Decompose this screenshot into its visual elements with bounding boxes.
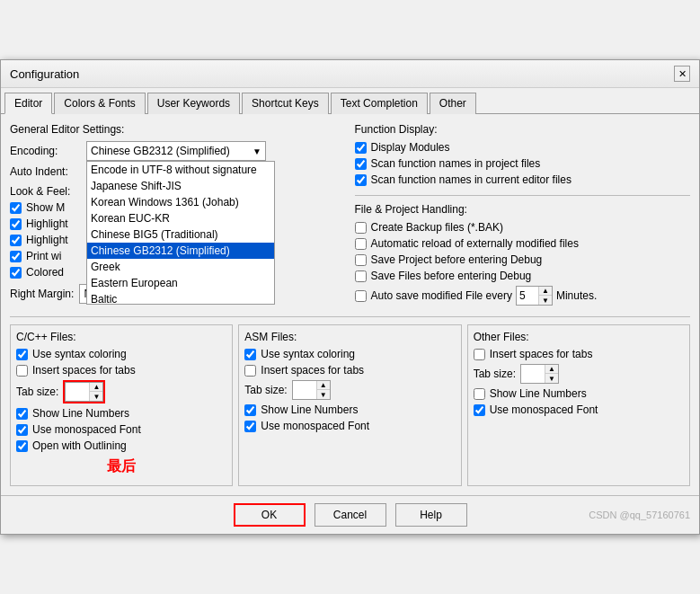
cpp-syntax-label: Use syntax coloring [32, 348, 127, 360]
asm-tab-size-input[interactable]: 4 [293, 382, 316, 398]
cpp-show-line: Show Line Numbers [16, 407, 226, 420]
checkbox-highlight-1-input[interactable] [10, 218, 22, 230]
tab-user-keywords[interactable]: User Keywords [147, 93, 240, 114]
asm-monospaced: Use monospaced Font [244, 420, 455, 432]
dialog-title: Configuration [10, 67, 79, 81]
encoding-row: Encoding: Chinese GB2312 (Simplified) ▼ … [10, 141, 346, 161]
fp-checkbox-3: Save Files before entering Debug [355, 270, 691, 282]
dropdown-arrow-icon: ▼ [253, 146, 261, 156]
other-tab-spin-up[interactable]: ▲ [545, 365, 558, 374]
asm-tab-spin-up[interactable]: ▲ [317, 381, 330, 390]
fp-label-2: Save Project before entering Debug [371, 253, 543, 266]
tab-shortcut-keys[interactable]: Shortcut Keys [242, 93, 329, 114]
fp-checkbox-2-input[interactable] [355, 254, 367, 266]
other-monospaced: Use monospaced Font [474, 403, 684, 416]
encoding-dropdown[interactable]: Chinese GB2312 (Simplified) ▼ [86, 141, 266, 161]
other-spaces-input[interactable] [474, 349, 485, 360]
help-button[interactable]: Help [395, 503, 467, 527]
cpp-spaces-input[interactable] [16, 365, 28, 377]
encoding-option-2[interactable]: Korean Windows 1361 (Johab) [87, 194, 274, 210]
files-section: C/C++ Files: Use syntax coloring Insert … [10, 324, 690, 486]
asm-tab-size-label: Tab size: [244, 384, 287, 396]
asm-files-title: ASM Files: [244, 331, 455, 343]
fd-checkbox-1-input[interactable] [355, 158, 367, 170]
cancel-button[interactable]: Cancel [315, 503, 386, 527]
cpp-spaces: Insert spaces for tabs [16, 364, 226, 377]
checkbox-print-wi-label: Print wi [26, 250, 61, 262]
cpp-monospaced-input[interactable] [16, 424, 28, 436]
other-files-title: Other Files: [474, 331, 684, 343]
other-monospaced-input[interactable] [474, 404, 485, 416]
cpp-tab-size-label: Tab size: [16, 386, 58, 398]
fp-checkbox-2: Save Project before entering Debug [355, 253, 691, 266]
asm-spaces: Insert spaces for tabs [244, 364, 455, 377]
tab-editor[interactable]: Editor [4, 93, 52, 114]
autosave-spin-up[interactable]: ▲ [539, 287, 552, 296]
encoding-option-0[interactable]: Encode in UTF-8 without signature [87, 162, 274, 178]
encoding-option-8[interactable]: Baltic [87, 291, 274, 305]
autosave-spin-down[interactable]: ▼ [539, 296, 552, 305]
other-tab-size-row: Tab size: 4 ▲ ▼ [474, 364, 684, 384]
fp-checkbox-3-input[interactable] [355, 270, 367, 282]
asm-show-line-input[interactable] [244, 404, 256, 416]
autosave-input[interactable]: 5 [517, 287, 538, 305]
cpp-tab-spinbox-buttons: ▲ ▼ [89, 383, 102, 401]
cpp-syntax: Use syntax coloring [16, 348, 226, 360]
ok-button[interactable]: OK [234, 503, 306, 527]
fp-checkbox-4-input[interactable] [355, 290, 367, 302]
minutes-label: Minutes. [556, 289, 597, 302]
asm-syntax-input[interactable] [244, 349, 256, 360]
fd-checkbox-2-input[interactable] [355, 174, 367, 186]
tab-colors-fonts[interactable]: Colors & Fonts [54, 93, 145, 114]
asm-spaces-input[interactable] [244, 365, 256, 377]
checkbox-colored-input[interactable] [10, 267, 22, 279]
other-tab-spinbox-buttons: ▲ ▼ [545, 365, 558, 383]
encoding-option-6[interactable]: Greek [87, 259, 274, 275]
cpp-show-line-input[interactable] [16, 408, 28, 420]
fp-checkbox-1-input[interactable] [355, 238, 367, 250]
encoding-option-3[interactable]: Korean EUC-KR [87, 210, 274, 226]
checkbox-print-wi-input[interactable] [10, 251, 22, 262]
cpp-tab-size-inner: 4 ▲ ▼ [65, 382, 103, 402]
function-display-section: Function Display: Display Modules Scan f… [355, 123, 691, 186]
autosave-spinbox-buttons: ▲ ▼ [538, 287, 552, 305]
checkbox-highlight-2-input[interactable] [10, 235, 22, 246]
other-show-line: Show Line Numbers [474, 387, 684, 400]
cpp-tab-spin-up[interactable]: ▲ [90, 383, 102, 392]
asm-tab-spinbox-buttons: ▲ ▼ [316, 381, 330, 399]
cpp-syntax-input[interactable] [16, 349, 28, 360]
checkbox-show-m-input[interactable] [10, 202, 22, 214]
other-tab-spin-down[interactable]: ▼ [545, 374, 558, 383]
encoding-option-4[interactable]: Chinese BIG5 (Traditional) [87, 226, 274, 243]
close-button[interactable]: ✕ [674, 66, 690, 82]
tab-other[interactable]: Other [430, 93, 476, 114]
asm-spaces-label: Insert spaces for tabs [261, 364, 364, 377]
other-monospaced-label: Use monospaced Font [490, 403, 598, 416]
tab-text-completion[interactable]: Text Completion [331, 93, 428, 114]
encoding-option-1[interactable]: Japanese Shift-JIS [87, 178, 274, 194]
encoding-option-7[interactable]: Eastern European [87, 275, 274, 291]
cpp-outlining: Open with Outlining [16, 439, 226, 452]
asm-monospaced-input[interactable] [244, 421, 256, 432]
cpp-monospaced-label: Use monospaced Font [32, 423, 141, 436]
red-text: 最后 [16, 457, 226, 476]
cpp-tab-spin-down[interactable]: ▼ [90, 392, 102, 401]
other-tab-size-input[interactable]: 4 [521, 366, 545, 382]
tab-bar: Editor Colors & Fonts User Keywords Shor… [1, 88, 699, 114]
other-show-line-input[interactable] [474, 388, 485, 400]
asm-tab-spin-down[interactable]: ▼ [317, 390, 330, 399]
fd-checkbox-2: Scan function names in current editor fi… [355, 173, 691, 186]
cpp-outlining-input[interactable] [16, 440, 28, 452]
checkbox-highlight-1-label: Highlight [26, 217, 68, 230]
other-spaces-label: Insert spaces for tabs [490, 348, 593, 360]
fp-checkbox-0-input[interactable] [355, 222, 367, 234]
encoding-value: Chinese GB2312 (Simplified) [91, 145, 230, 157]
other-tab-size-box: 4 ▲ ▼ [520, 364, 559, 384]
encoding-option-5[interactable]: Chinese GB2312 (Simplified) [87, 243, 274, 259]
fd-checkbox-0-input[interactable] [355, 142, 367, 154]
asm-files-group: ASM Files: Use syntax coloring Insert sp… [238, 324, 461, 486]
horizontal-divider [10, 316, 690, 317]
cpp-spaces-label: Insert spaces for tabs [32, 364, 136, 377]
asm-tab-size-box: 4 ▲ ▼ [292, 380, 331, 400]
cpp-tab-size-input[interactable]: 4 [66, 384, 89, 400]
